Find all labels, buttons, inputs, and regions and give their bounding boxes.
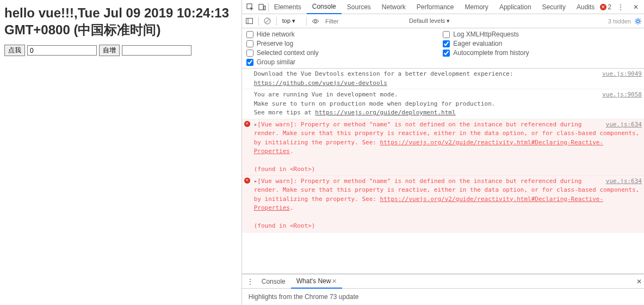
separator (276, 17, 277, 26)
devtools: Elements Console Sources Network Perform… (242, 0, 644, 305)
drawer-body: Highlights from the Chrome 73 update (242, 289, 644, 305)
tab-application[interactable]: Application (494, 0, 537, 14)
inspect-icon[interactable] (244, 1, 256, 13)
log-link[interactable]: https://github.com/vuejs/vue-devtools (254, 80, 387, 87)
log-entry: vue.js:9049 Download the Vue Devtools ex… (242, 69, 644, 89)
tab-elements[interactable]: Elements (269, 0, 307, 14)
svg-point-8 (637, 20, 640, 22)
error-icon: ✕ (600, 4, 606, 10)
log-source-link[interactable]: vue.js:634 (600, 177, 642, 186)
check-selected-context[interactable]: Selected context only (246, 49, 443, 57)
menu-icon[interactable]: ⋮ (615, 1, 627, 13)
button-dianwo[interactable]: 点我 (4, 45, 25, 56)
tab-performance[interactable]: Performance (411, 0, 460, 14)
close-tab-icon[interactable]: ✕ (332, 278, 337, 285)
log-link[interactable]: https://vuejs.org/guide/deployment.html (315, 109, 455, 116)
tab-console[interactable]: Console (307, 0, 342, 14)
input-second[interactable] (122, 45, 191, 56)
check-group-similar[interactable]: Group similar (246, 58, 443, 66)
console-log-area: vue.js:9049 Download the Vue Devtools ex… (242, 69, 644, 273)
error-count: 2 (608, 3, 611, 11)
console-settings: Hide network Preserve log Selected conte… (242, 28, 644, 69)
devtools-tabs: Elements Console Sources Network Perform… (242, 0, 644, 14)
log-entry: vue.js:9058 You are running Vue in devel… (242, 89, 644, 119)
log-source-link[interactable]: vue.js:9049 (597, 70, 642, 79)
tab-sources[interactable]: Sources (342, 0, 376, 14)
device-icon[interactable] (256, 1, 268, 13)
console-toolbar: top ▾ Default levels ▾ 3 hidden (242, 14, 644, 28)
separator (306, 17, 307, 26)
tab-network[interactable]: Network (376, 0, 411, 14)
svg-rect-3 (246, 19, 253, 24)
clear-console-icon[interactable] (262, 16, 273, 27)
close-devtools-icon[interactable]: ✕ (630, 1, 642, 13)
check-autocomplete[interactable]: Autocomplete from history (443, 49, 640, 57)
drawer: ⋮ Console What's New ✕ ✕ Highlights from… (242, 273, 644, 305)
svg-point-7 (314, 20, 317, 22)
tab-security[interactable]: Security (537, 0, 571, 14)
svg-line-6 (265, 19, 269, 23)
sidebar-toggle-icon[interactable] (244, 16, 255, 27)
app-controls: 点我 自增 (4, 45, 237, 56)
check-log-xhr[interactable]: Log XMLHttpRequests (443, 30, 640, 38)
levels-select[interactable]: Default levels ▾ (409, 17, 450, 25)
drawer-close-icon[interactable]: ✕ (636, 278, 642, 285)
log-entry-error: ✕ vue.js:634 ▸[Vue warn]: Property or me… (242, 119, 644, 176)
check-hide-network[interactable]: Hide network (246, 30, 443, 38)
filter-input[interactable] (324, 17, 406, 26)
eye-icon[interactable] (310, 16, 321, 27)
context-select[interactable]: top ▾ (280, 17, 303, 25)
error-icon: ✕ (244, 121, 250, 127)
button-zizeng[interactable]: 自增 (99, 45, 120, 56)
tab-memory[interactable]: Memory (460, 0, 494, 14)
drawer-menu-icon[interactable]: ⋮ (244, 276, 256, 288)
gear-icon[interactable] (634, 17, 642, 25)
app-title: hello vue!!!,Tue Jul 09 2019 10:24:13 GM… (4, 4, 237, 38)
svg-rect-1 (259, 4, 263, 10)
error-badge[interactable]: ✕ 2 (600, 3, 611, 11)
input-counter[interactable] (27, 45, 97, 56)
drawer-tab-whatsnew[interactable]: What's New ✕ (291, 274, 343, 289)
app-panel: hello vue!!!,Tue Jul 09 2019 10:24:13 GM… (0, 0, 242, 305)
separator (258, 17, 259, 26)
svg-rect-2 (264, 6, 265, 10)
check-preserve-log[interactable]: Preserve log (246, 40, 443, 47)
log-source-link[interactable]: vue.js:634 (600, 120, 642, 130)
drawer-tabs: ⋮ Console What's New ✕ ✕ (242, 274, 644, 289)
tab-audits[interactable]: Audits (571, 0, 600, 14)
log-source-link[interactable]: vue.js:9058 (597, 90, 642, 100)
check-eager-eval[interactable]: Eager evaluation (443, 40, 640, 47)
error-icon: ✕ (244, 178, 250, 184)
log-entry-error: ✕ vue.js:634 ▸[Vue warn]: Property or me… (242, 176, 644, 233)
drawer-tab-console[interactable]: Console (256, 274, 291, 289)
hidden-count: 3 hidden (608, 18, 631, 25)
